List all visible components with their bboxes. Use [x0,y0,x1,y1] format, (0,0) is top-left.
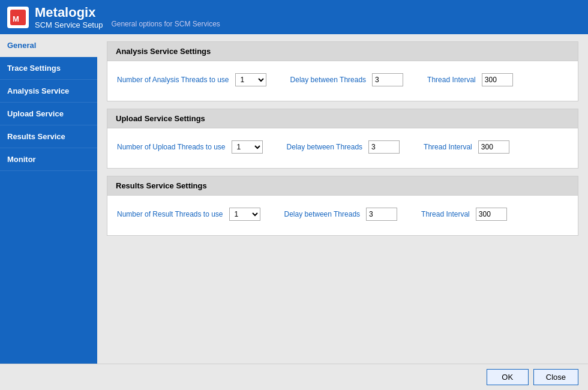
results-threads-label: Number of Result Threads to use [117,210,223,218]
analysis-section-header: Analysis Service Settings [107,42,578,61]
analysis-threads-label: Number of Analysis Threads to use [117,76,229,84]
app-name: Metalogix [35,5,103,20]
analysis-delay-label: Delay between Threads [290,76,367,84]
sidebar-item-results-service[interactable]: Results Service [0,125,97,148]
upload-section-body: Number of Upload Threads to use 1 2 3 4 … [107,128,578,168]
results-form-row: Number of Result Threads to use 1 2 3 4 … [117,208,568,221]
sidebar-item-monitor[interactable]: Monitor [0,148,97,171]
upload-threads-select[interactable]: 1 2 3 4 [232,140,263,154]
header-description: General options for SCM Services [111,20,220,29]
app-header: M Metalogix SCM Service Setup General op… [0,0,588,34]
upload-interval-label: Thread Interval [424,143,472,151]
analysis-section-body: Number of Analysis Threads to use 1 2 3 … [107,61,578,101]
upload-delay-label: Delay between Threads [287,143,363,151]
ok-button[interactable]: OK [487,369,529,385]
upload-section-header: Upload Service Settings [107,109,578,128]
svg-text:M: M [13,14,19,23]
analysis-form-row: Number of Analysis Threads to use 1 2 3 … [117,73,568,86]
sidebar-item-trace-settings[interactable]: Trace Settings [0,57,97,80]
analysis-threads-select[interactable]: 1 2 3 4 [235,73,266,86]
results-delay-label: Delay between Threads [284,210,361,218]
results-threads-select[interactable]: 1 2 3 4 [229,208,260,221]
results-section-body: Number of Result Threads to use 1 2 3 4 … [107,196,578,235]
close-button[interactable]: Close [533,369,578,385]
analysis-interval-label: Thread Interval [427,76,476,84]
results-delay-input[interactable] [366,208,397,221]
main-layout: General Trace Settings Analysis Service … [0,34,588,364]
sidebar-item-analysis-service[interactable]: Analysis Service [0,80,97,103]
content-area: Analysis Service Settings Number of Anal… [97,34,588,364]
sidebar: General Trace Settings Analysis Service … [0,34,97,364]
results-service-section: Results Service Settings Number of Resul… [107,176,578,236]
sidebar-item-general[interactable]: General [0,34,97,57]
footer: OK Close [0,364,588,390]
results-interval-label: Thread Interval [421,210,470,218]
results-section-header: Results Service Settings [107,176,578,196]
results-interval-input[interactable] [476,208,507,221]
sidebar-item-upload-service[interactable]: Upload Service [0,103,97,125]
upload-threads-label: Number of Upload Threads to use [117,143,226,151]
upload-service-section: Upload Service Settings Number of Upload… [107,109,578,169]
analysis-delay-input[interactable] [372,73,403,86]
analysis-interval-input[interactable] [482,73,513,86]
app-title-block: Metalogix SCM Service Setup [35,5,103,29]
app-logo: M [7,7,29,28]
upload-form-row: Number of Upload Threads to use 1 2 3 4 … [117,140,568,154]
upload-interval-input[interactable] [478,140,509,154]
analysis-service-section: Analysis Service Settings Number of Anal… [107,41,578,101]
app-subtitle: SCM Service Setup [35,20,103,29]
upload-delay-input[interactable] [368,140,400,154]
